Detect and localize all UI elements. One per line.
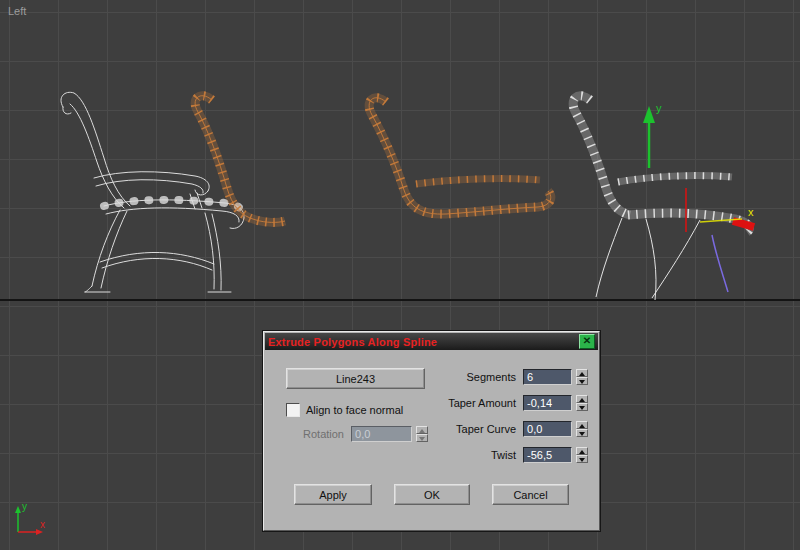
align-checkbox[interactable] bbox=[286, 403, 300, 417]
spinner-up-icon[interactable] bbox=[576, 395, 588, 403]
spline-mesh-4-selected[interactable] bbox=[573, 96, 749, 300]
dialog-title: Extrude Polygons Along Spline bbox=[268, 336, 437, 348]
gizmo-x-label: x bbox=[748, 206, 754, 218]
close-icon[interactable]: ✕ bbox=[579, 334, 595, 349]
taper-amount-label: Taper Amount bbox=[404, 395, 520, 411]
spinner-up-icon[interactable] bbox=[576, 421, 588, 429]
tripod-x-label: x bbox=[40, 519, 45, 530]
tripod-y-label: y bbox=[22, 501, 27, 512]
apply-button[interactable]: Apply bbox=[294, 484, 372, 505]
spinner-down-icon[interactable] bbox=[576, 403, 588, 411]
twist-field[interactable]: -56,5 bbox=[523, 447, 572, 463]
segments-spinner[interactable] bbox=[576, 369, 588, 385]
spinner-down-icon[interactable] bbox=[576, 377, 588, 385]
viewport[interactable]: Left bbox=[0, 0, 800, 550]
bench-wireframe-1[interactable] bbox=[61, 92, 244, 292]
cancel-button[interactable]: Cancel bbox=[492, 484, 569, 505]
segments-field[interactable]: 6 bbox=[523, 369, 572, 385]
spinner-down-icon[interactable] bbox=[576, 429, 588, 437]
spline-mesh-3[interactable] bbox=[369, 98, 551, 214]
segments-row: Segments 6 bbox=[404, 369, 594, 386]
align-checkbox-row: Align to face normal bbox=[286, 403, 403, 417]
taper-amount-row: Taper Amount -0,14 bbox=[404, 395, 594, 412]
taper-curve-row: Taper Curve 0,0 bbox=[404, 421, 594, 438]
taper-curve-field[interactable]: 0,0 bbox=[523, 421, 572, 437]
spinner-down-icon[interactable] bbox=[576, 455, 588, 463]
taper-amount-spinner[interactable] bbox=[576, 395, 588, 411]
rotation-label: Rotation bbox=[264, 426, 348, 442]
gizmo-y-axis[interactable]: y bbox=[643, 102, 662, 168]
rotation-field: 0,0 bbox=[351, 426, 412, 442]
spinner-up-icon[interactable] bbox=[576, 369, 588, 377]
gizmo-y-label: y bbox=[656, 102, 662, 114]
twist-row: Twist -56,5 bbox=[404, 447, 594, 464]
axis-tripod: y x bbox=[15, 501, 45, 535]
taper-curve-label: Taper Curve bbox=[404, 421, 520, 437]
dialog-titlebar[interactable]: Extrude Polygons Along Spline ✕ bbox=[265, 333, 598, 350]
extrude-spline-path bbox=[712, 235, 728, 292]
extrude-polygons-dialog: Extrude Polygons Along Spline ✕ Line243 … bbox=[263, 331, 600, 531]
twist-spinner[interactable] bbox=[576, 447, 588, 463]
taper-amount-field[interactable]: -0,14 bbox=[523, 395, 572, 411]
align-checkbox-label: Align to face normal bbox=[306, 404, 403, 416]
taper-curve-spinner[interactable] bbox=[576, 421, 588, 437]
spinner-up-icon[interactable] bbox=[576, 447, 588, 455]
segments-label: Segments bbox=[404, 369, 520, 385]
twist-label: Twist bbox=[404, 447, 520, 463]
ok-button[interactable]: OK bbox=[394, 484, 470, 505]
